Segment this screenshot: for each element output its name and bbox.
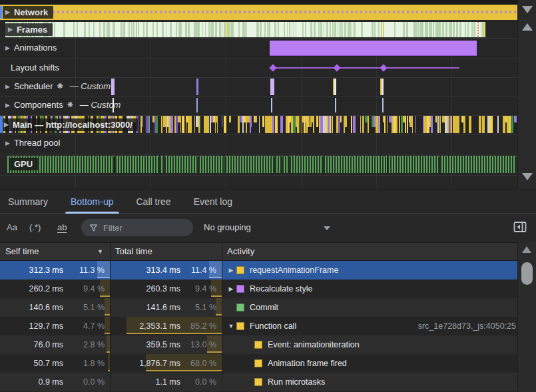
track-header-thread-pool[interactable]: ▶ Thread pool [5,138,60,148]
component-event-tick[interactable] [382,98,384,112]
table-row[interactable]: 76.0 ms2.8 %359.5 ms13.0 %Event: animati… [0,335,517,354]
scroll-up-arrow-icon[interactable] [522,246,531,253]
percentage-bar [105,298,110,315]
details-tabbar: Summary Bottom-up Call tree Event log [0,190,536,214]
component-event-tick[interactable] [271,98,272,112]
column-divider[interactable] [222,242,222,392]
show-sidebar-toggle-button[interactable] [513,220,527,234]
time-percent: 4.7 % [83,317,105,335]
track-header-network[interactable]: ▶ Network [3,6,53,19]
expand-arrow-icon[interactable]: ▶ [226,286,236,292]
track-label: Main — http://localhost:3000/ [13,120,133,130]
main-selection-marker [0,116,3,133]
header-total-time[interactable]: Total time [115,243,152,260]
expand-arrow-icon[interactable]: ▶ [5,9,10,15]
track-header-main[interactable]: ▶ Main — http://localhost:3000/ [1,118,138,131]
gpu-segment-divider [387,156,388,173]
scroll-down-arrow-icon[interactable] [522,173,533,180]
component-event-tick[interactable] [196,98,198,112]
collapse-arrow-icon[interactable]: ▼ [226,323,236,329]
track-separator [0,115,517,116]
time-percent: 5.1 % [195,298,216,317]
self-time-cell: 0.9 ms0.0 % [0,373,110,391]
table-row[interactable]: 129.7 ms4.7 %2,353.1 ms85.2 %▼Function c… [0,317,517,335]
header-activity[interactable]: Activity [227,243,254,260]
self-time-cell: 260.2 ms9.4 % [0,280,110,298]
track-label: Components [14,100,63,110]
time-value: 141.6 ms [146,298,180,317]
frame-long-task-mark [226,22,228,37]
component-event-tick[interactable] [335,98,336,112]
expand-arrow-icon[interactable]: ▶ [5,83,10,90]
timeline-flamechart[interactable]: ▶ Network ▶ Frames ▶ Animations Layout s… [0,0,536,190]
grouping-select[interactable]: No grouping [204,214,251,241]
expand-arrow-icon[interactable]: ▶ [8,26,13,33]
source-location-link[interactable]: src_1e728d73._js:4050:25 [418,321,516,331]
track-label: Animations [14,43,57,53]
activity-cell: ▼Function callsrc_1e728d73._js:4050:25 [222,317,517,335]
activity-cell: ▶requestAnimationFrame [222,261,517,280]
track-header-layout-shifts[interactable]: Layout shifts [11,63,59,73]
time-value: 129.7 ms [29,317,63,335]
sort-descending-icon[interactable]: ▼ [97,243,103,260]
layout-shift-marker[interactable] [333,64,340,71]
scheduler-event-tick[interactable] [111,79,115,95]
total-time-cell: 141.6 ms5.1 % [110,298,222,317]
time-value: 2,353.1 ms [139,317,180,335]
tab-summary[interactable]: Summary [8,190,48,214]
layout-shift-marker[interactable] [380,64,387,71]
scroll-up-arrow-icon[interactable] [522,23,533,31]
header-self-time[interactable]: Self time [5,243,39,260]
gpu-track-band[interactable] [7,156,517,173]
activity-cell: Commit [222,298,517,317]
scrollbar-thumb[interactable] [521,262,533,285]
component-event-tick[interactable] [113,98,114,112]
column-divider[interactable] [110,242,111,392]
expand-arrow-icon[interactable]: ▶ [226,267,236,274]
regex-button[interactable]: (.*) [29,214,41,241]
scheduler-event-tick[interactable] [334,79,336,95]
scheduler-event-tick[interactable] [382,79,384,95]
tab-call-tree[interactable]: Call tree [136,190,171,214]
expand-arrow-icon[interactable]: ▶ [5,140,10,146]
time-percent: 2.8 % [83,335,105,354]
filter-field[interactable] [81,219,193,236]
dropdown-arrow-icon[interactable] [324,226,330,230]
tab-event-log[interactable]: Event log [194,190,232,214]
track-header-gpu[interactable]: GPU [9,158,38,170]
layout-shift-marker[interactable] [269,64,276,71]
gpu-segment-divider [224,156,226,173]
activity-cell: Animation frame fired [222,354,517,373]
track-label: Scheduler [14,81,53,91]
scheduler-event-tick[interactable] [196,79,198,95]
expand-arrow-icon[interactable]: ▶ [5,102,10,108]
timeline-scrollbar[interactable] [517,0,536,190]
table-row[interactable]: 260.2 ms9.4 %260.3 ms9.4 %▶Recalculate s… [0,280,517,298]
frames-track-band[interactable] [5,22,485,37]
tab-bottom-up[interactable]: Bottom-up [71,190,114,214]
time-value: 359.5 ms [146,335,180,354]
table-row[interactable]: 50.7 ms1.8 %1,876.7 ms68.0 %Animation fr… [0,354,517,373]
scheduler-event-tick[interactable] [270,79,274,95]
animation-event-bar [270,41,477,56]
table-row[interactable]: 140.6 ms5.1 %141.6 ms5.1 %Commit [0,298,517,317]
match-case-button[interactable]: Aa [7,214,17,241]
expand-arrow-icon[interactable]: ▶ [4,121,9,128]
table-row[interactable]: 312.3 ms11.3 %313.4 ms11.4 %▶requestAnim… [0,261,517,280]
track-header-animations[interactable]: ▶ Animations [5,43,57,53]
track-header-frames[interactable]: ▶ Frames [5,23,53,36]
expand-arrow-icon[interactable]: ▶ [5,45,10,51]
time-value: 140.6 ms [29,298,63,317]
track-header-components[interactable]: ▶ Components ❋ — Custom [5,100,121,110]
datagrid-scrollbar[interactable] [517,242,536,392]
activity-color-swatch [254,378,262,386]
match-whole-word-button[interactable]: ab [57,214,67,241]
track-label: GPU [14,159,33,169]
track-header-scheduler[interactable]: ▶ Scheduler ❋ — Custom [5,81,111,91]
activity-color-swatch [254,359,262,367]
scroll-down-arrow-icon[interactable] [522,6,533,13]
filter-input[interactable] [103,223,176,233]
activity-cell: Run microtasks [222,373,517,391]
table-row[interactable]: 0.9 ms0.0 %1.1 ms0.0 %Run microtasks [0,373,517,391]
time-percent: 9.4 % [195,280,216,298]
